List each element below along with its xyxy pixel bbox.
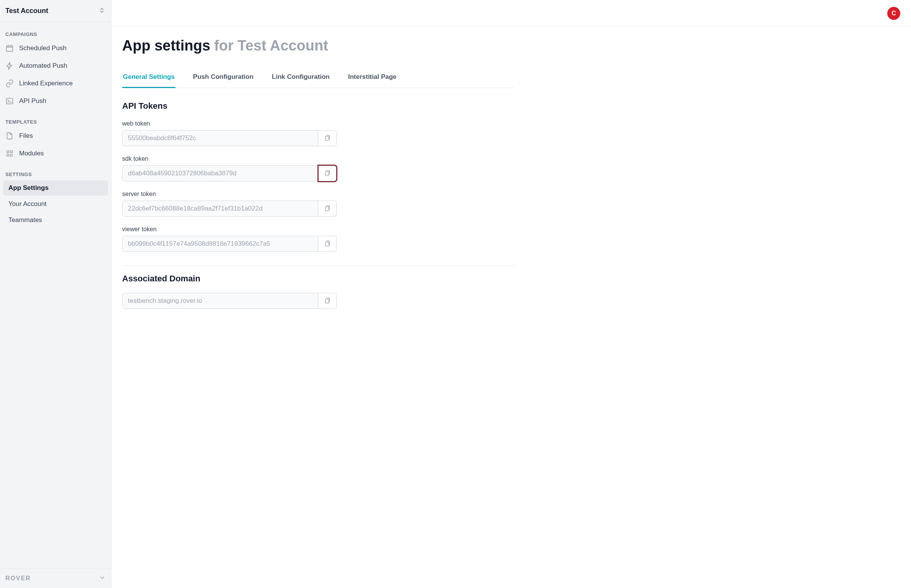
avatar-letter: C bbox=[891, 10, 896, 17]
sidebar-item-linked-experience[interactable]: Linked Experience bbox=[0, 75, 111, 92]
tab-general-settings[interactable]: General Settings bbox=[122, 68, 175, 88]
sidebar-item-teammates[interactable]: Teammates bbox=[3, 212, 108, 228]
account-name: Test Account bbox=[5, 7, 48, 15]
field-label: viewer token bbox=[122, 226, 337, 233]
sidebar-section-templates: TEMPLATES bbox=[0, 110, 111, 127]
sidebar-item-label: Modules bbox=[19, 150, 44, 157]
field-server-token: server token bbox=[122, 191, 337, 217]
sidebar-item-label: Linked Experience bbox=[19, 80, 73, 87]
avatar[interactable]: C bbox=[887, 7, 900, 20]
sidebar: Test Account CAMPAIGNS Scheduled Push Au… bbox=[0, 0, 111, 588]
sidebar-item-label: Automated Push bbox=[19, 62, 67, 70]
lightning-icon bbox=[5, 62, 14, 70]
tab-link-configuration[interactable]: Link Configuration bbox=[271, 68, 330, 88]
sidebar-item-app-settings[interactable]: App Settings bbox=[3, 180, 108, 196]
sidebar-item-scheduled-push[interactable]: Scheduled Push bbox=[0, 39, 111, 57]
sidebar-section-campaigns: CAMPAIGNS bbox=[0, 22, 111, 39]
main: C App settings for Test Account General … bbox=[111, 0, 911, 588]
copy-viewer-token-button[interactable] bbox=[318, 236, 337, 252]
sidebar-item-label: API Push bbox=[19, 97, 46, 105]
copy-icon bbox=[324, 240, 331, 248]
tab-push-configuration[interactable]: Push Configuration bbox=[192, 68, 254, 88]
copy-icon bbox=[324, 297, 331, 305]
grid-icon bbox=[5, 149, 14, 158]
link-icon bbox=[5, 79, 14, 88]
sidebar-section-settings: SETTINGS bbox=[0, 162, 111, 180]
sidebar-footer[interactable]: ROVER bbox=[0, 568, 111, 588]
copy-icon bbox=[324, 134, 331, 142]
field-label: sdk token bbox=[122, 155, 337, 162]
file-icon bbox=[5, 132, 14, 140]
copy-associated-domain-button[interactable] bbox=[318, 293, 337, 309]
account-switcher[interactable]: Test Account bbox=[0, 0, 111, 22]
brand-logo: ROVER bbox=[5, 575, 31, 582]
copy-sdk-token-button[interactable] bbox=[318, 165, 337, 181]
sidebar-item-label: Scheduled Push bbox=[19, 44, 67, 52]
terminal-icon bbox=[5, 97, 14, 105]
page-title-main: App settings bbox=[122, 38, 210, 54]
field-web-token: web token bbox=[122, 120, 337, 146]
copy-icon bbox=[324, 205, 331, 213]
field-associated-domain bbox=[122, 293, 337, 309]
server-token-input[interactable] bbox=[122, 201, 318, 217]
tab-interstitial-page[interactable]: Interstitial Page bbox=[347, 68, 397, 88]
copy-server-token-button[interactable] bbox=[318, 201, 337, 217]
sidebar-item-label: App Settings bbox=[8, 184, 49, 191]
api-tokens-heading: API Tokens bbox=[122, 101, 514, 111]
associated-domain-input[interactable] bbox=[122, 293, 318, 309]
viewer-token-input[interactable] bbox=[122, 236, 318, 252]
web-token-input[interactable] bbox=[122, 130, 318, 146]
sidebar-item-api-push[interactable]: API Push bbox=[0, 92, 111, 110]
sidebar-item-your-account[interactable]: Your Account bbox=[3, 196, 108, 212]
field-viewer-token: viewer token bbox=[122, 226, 337, 252]
sidebar-item-automated-push[interactable]: Automated Push bbox=[0, 57, 111, 75]
field-label: web token bbox=[122, 120, 337, 127]
copy-web-token-button[interactable] bbox=[318, 130, 337, 146]
sidebar-item-modules[interactable]: Modules bbox=[0, 145, 111, 162]
divider bbox=[122, 266, 514, 266]
sdk-token-input[interactable] bbox=[122, 165, 318, 181]
tabs: General Settings Push Configuration Link… bbox=[122, 68, 514, 88]
sidebar-item-label: Your Account bbox=[8, 200, 47, 207]
associated-domain-heading: Associated Domain bbox=[122, 274, 514, 284]
copy-icon bbox=[324, 170, 331, 178]
sidebar-item-label: Teammates bbox=[8, 216, 42, 224]
page-title-sub: for Test Account bbox=[214, 38, 328, 54]
field-label: server token bbox=[122, 191, 337, 198]
calendar-icon bbox=[5, 44, 14, 52]
sidebar-item-label: Files bbox=[19, 132, 33, 140]
topbar: C bbox=[111, 0, 911, 27]
up-down-icon bbox=[99, 7, 105, 15]
sidebar-item-files[interactable]: Files bbox=[0, 127, 111, 145]
chevron-down-icon bbox=[99, 574, 106, 583]
field-sdk-token: sdk token bbox=[122, 155, 337, 181]
page-title: App settings for Test Account bbox=[122, 38, 514, 54]
